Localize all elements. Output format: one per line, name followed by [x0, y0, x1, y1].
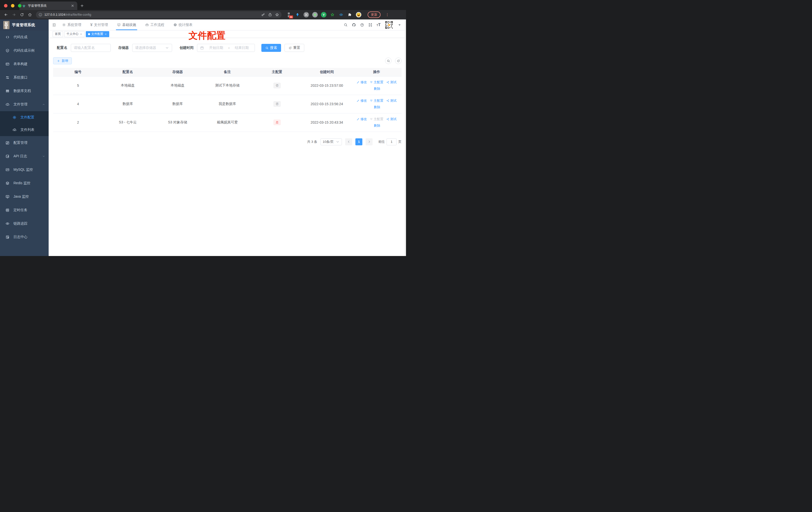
sidebar-item-API 日志[interactable]: API 日志	[0, 150, 49, 163]
close-icon[interactable]	[105, 33, 107, 35]
home-icon[interactable]	[26, 11, 33, 18]
sidebar-item-MySQL 监控[interactable]: MySQL 监控	[0, 163, 49, 177]
sidebar-item-代码生成[interactable]: 代码生成	[0, 30, 49, 44]
github-icon[interactable]	[352, 23, 356, 27]
action-修改[interactable]: 修改	[357, 97, 367, 104]
minimize-window-button[interactable]	[11, 4, 14, 7]
search-button[interactable]: 搜索	[261, 44, 281, 52]
action-测试[interactable]: 测试	[386, 97, 397, 104]
prev-page-button[interactable]	[345, 138, 352, 145]
nav-item-工作流程[interactable]: 工作流程	[145, 20, 164, 30]
extension-eye-icon[interactable]	[339, 12, 344, 18]
tab-close-icon[interactable]	[70, 3, 75, 8]
column-header-主配置: 主配置	[252, 68, 302, 76]
action-修改[interactable]: 修改	[357, 79, 367, 86]
action-测试[interactable]: 测试	[386, 79, 397, 86]
extension-grid-icon[interactable]: 11	[286, 12, 292, 18]
action-主配置[interactable]: 主配置	[370, 79, 383, 86]
action-修改[interactable]: 修改	[357, 116, 367, 122]
extensions-row: 11 Y 更新	[286, 11, 390, 18]
nav-item-基础设施[interactable]: 基础设施	[117, 20, 136, 30]
extensions-puzzle-icon[interactable]	[347, 12, 353, 18]
sidebar-item-配置管理[interactable]: 配置管理	[0, 136, 49, 150]
chevron-down-icon	[42, 155, 45, 158]
browser-menu-icon[interactable]	[385, 13, 389, 17]
action-主配置: 主配置	[370, 116, 383, 122]
nav-item-统计报表[interactable]: 统计报表	[173, 20, 193, 30]
site-info-icon[interactable]	[38, 13, 42, 17]
sidebar-item-文件管理[interactable]: 文件管理	[0, 98, 49, 111]
extension-y-icon[interactable]: Y	[321, 12, 326, 18]
zoom-window-button[interactable]	[18, 4, 22, 7]
next-page-button[interactable]	[366, 138, 373, 145]
sidebar-item-日志中心[interactable]: 日志中心	[0, 230, 49, 244]
app-logo-image	[3, 21, 9, 29]
action-删除[interactable]: 删除	[373, 104, 380, 111]
help-icon[interactable]	[360, 23, 364, 27]
nav-item-系统管理[interactable]: 系统管理	[62, 20, 81, 30]
browser-tab[interactable]: 芋道管理系统	[20, 1, 77, 10]
avatar-caret-icon[interactable]	[398, 23, 402, 27]
browser-update-button[interactable]: 更新	[368, 11, 381, 18]
page-1-button[interactable]: 1	[355, 138, 362, 145]
tag-label: 首页	[55, 32, 61, 36]
sidebar-item-数据库文档[interactable]: 数据库文档	[0, 84, 49, 98]
date-range-input[interactable]: 开始日期 - 结束日期	[197, 44, 255, 52]
tag-首页[interactable]: 首页	[53, 31, 63, 37]
collapse-sidebar-icon[interactable]	[52, 23, 56, 27]
close-icon[interactable]	[80, 33, 82, 35]
sidebar-item-Redis 监控[interactable]: Redis 监控	[0, 177, 49, 190]
action-主配置[interactable]: 主配置	[370, 97, 383, 104]
storage-filter-select[interactable]: 请选择存储器	[132, 44, 172, 52]
show-search-toggle-button[interactable]	[385, 58, 392, 64]
action-删除[interactable]: 删除	[373, 86, 380, 92]
extension-command-icon[interactable]	[303, 12, 309, 18]
action-删除[interactable]: 删除	[373, 122, 380, 129]
goto-page-input[interactable]	[386, 138, 397, 145]
sidebar-item-代码生成示例[interactable]: 代码生成示例	[0, 44, 49, 57]
extension-dot-icon[interactable]	[312, 12, 318, 18]
extension-star-icon[interactable]	[330, 12, 335, 18]
action-测试[interactable]: 测试	[386, 116, 397, 122]
sidebar-item-文件列表[interactable]: 文件列表	[0, 124, 49, 136]
extension-kite-icon[interactable]	[295, 12, 300, 18]
gear-icon	[12, 115, 17, 119]
tag-个人中心[interactable]: 个人中心	[64, 31, 85, 37]
reload-icon[interactable]	[19, 11, 25, 18]
reset-button[interactable]: 重置	[285, 44, 304, 52]
fullscreen-icon[interactable]	[368, 23, 372, 27]
tag-label: 个人中心	[66, 32, 79, 36]
name-filter-input[interactable]: 请输入配置名	[71, 44, 111, 52]
sidebar-menu: 代码生成代码生成示例表单构建系统接口数据库文档文件管理文件配置文件列表配置管理A…	[0, 30, 49, 256]
shield-check-icon	[5, 49, 9, 53]
date-filter-label: 创建时间	[179, 46, 194, 50]
sidebar-item-表单构建[interactable]: 表单构建	[0, 57, 49, 71]
sidebar-item-系统接口[interactable]: 系统接口	[0, 71, 49, 84]
add-button[interactable]: 新增	[53, 57, 72, 64]
chart-monitor-icon	[5, 168, 9, 172]
app-logo-row[interactable]: 芋道管理系统	[0, 20, 49, 30]
sidebar-item-链路追踪[interactable]: 链路追踪	[0, 217, 49, 230]
extension-emoji-icon[interactable]	[356, 12, 361, 18]
refresh-table-button[interactable]	[395, 58, 402, 64]
sidebar-item-Java 监控[interactable]: Java 监控	[0, 190, 49, 203]
avatar[interactable]	[385, 21, 393, 29]
search-icon[interactable]	[344, 23, 348, 27]
address-bar[interactable]: 127.0.0.1:1024/infra/file/file-config	[36, 11, 282, 18]
page-size-select[interactable]: 10条/页	[320, 138, 342, 145]
close-window-button[interactable]	[4, 4, 7, 7]
back-icon[interactable]	[2, 11, 9, 18]
bookmark-star-icon[interactable]	[275, 13, 279, 17]
font-size-icon[interactable]: TT	[377, 23, 381, 27]
sidebar-item-定时任务[interactable]: 定时任务	[0, 203, 49, 217]
scrollbar[interactable]	[405, 20, 406, 256]
column-header-配置名: 配置名	[103, 68, 153, 76]
tag-文件配置[interactable]: 文件配置	[86, 31, 109, 37]
sidebar-item-文件配置[interactable]: 文件配置	[0, 111, 49, 124]
new-tab-button[interactable]	[80, 3, 84, 8]
forward-icon[interactable]	[10, 11, 18, 18]
nav-item-支付管理[interactable]: ¥支付管理	[90, 20, 108, 30]
share-page-icon[interactable]	[268, 13, 272, 17]
password-key-icon[interactable]	[261, 13, 265, 17]
nav-item-label: 统计报表	[179, 23, 193, 27]
